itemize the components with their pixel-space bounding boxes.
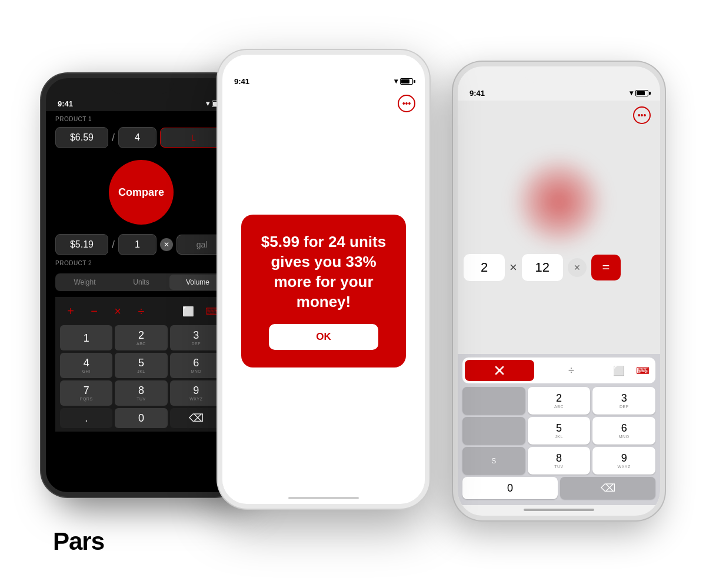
calc-clear-btn[interactable]: ✕: [568, 258, 587, 277]
kb-screen-icon[interactable]: ⬜: [178, 300, 199, 322]
kb-key-7[interactable]: 7PQRS: [60, 380, 112, 406]
kb-plus[interactable]: +: [60, 300, 81, 322]
kb-light-close[interactable]: [465, 360, 534, 381]
kb-key-9[interactable]: 9WXYZ: [170, 380, 222, 406]
kb-light-row-2: 5JKL 6MNO: [462, 417, 655, 445]
kb-key-3[interactable]: 3DEF: [170, 325, 222, 350]
status-bar-left: 9:41 ▾: [46, 93, 237, 111]
kb-light-key-empty2: [462, 417, 525, 445]
kb-special-icons: ⬜ ⌨: [178, 300, 222, 322]
segment-control: Weight Units Volume: [55, 273, 227, 291]
home-indicator-right: [524, 509, 594, 511]
kb-light-row-1: 2ABC 3DEF: [462, 387, 655, 415]
kb-divide[interactable]: ÷: [131, 300, 152, 322]
notch-left: [109, 78, 174, 93]
kb-light-row-3: S 8TUV 9WXYZ: [462, 447, 655, 475]
more-button-center[interactable]: •••: [398, 95, 415, 112]
kb-light-key-6[interactable]: 6MNO: [592, 417, 655, 445]
kb-key-6[interactable]: 6MNO: [170, 353, 222, 378]
product1-input-row: $6.59 / 4 L: [55, 127, 227, 148]
battery-icon-center: [400, 78, 413, 85]
kb-light-divide[interactable]: ÷: [537, 360, 606, 381]
kb-key-2[interactable]: 2ABC: [115, 325, 167, 350]
battery-icon-right: [635, 90, 648, 96]
kb-key-4[interactable]: 4GHI: [60, 353, 112, 378]
bottom-label: Pars: [53, 527, 104, 556]
kb-key-backspace[interactable]: ⌫: [170, 408, 222, 428]
kb-light-key-5[interactable]: 5JKL: [528, 417, 591, 445]
kb-row-4: . 0 ⌫: [60, 408, 222, 428]
kb-multiply[interactable]: ×: [107, 300, 128, 322]
kb-ops-row: + − × ÷ ⬜ ⌨: [60, 300, 222, 322]
kb-light-rows: 2ABC 3DEF 5JKL 6MNO S 8TUV 9WXYZ 0: [462, 387, 655, 499]
segment-weight[interactable]: Weight: [56, 275, 113, 290]
kb-key-0[interactable]: 0: [115, 408, 167, 428]
kb-light-special: ⬜ ⌨: [608, 360, 653, 381]
kb-rows: 1 2ABC 3DEF 4GHI 5JKL 6MNO 7PQRS 8TUV 9W…: [60, 325, 222, 428]
center-screen: ••• $5.99 for 24 units gives you 33% mor…: [222, 89, 425, 493]
kb-light-row-4: 0 ⌫: [462, 477, 655, 499]
segment-units[interactable]: Units: [113, 275, 169, 290]
phone-left: 9:41 ▾ PRODUCT 1 $6.59 / 4 L Compare: [41, 74, 241, 497]
right-screen: ••• 2 × 12 ✕ =: [458, 101, 660, 505]
red-blob: [518, 161, 600, 243]
kb-key-8[interactable]: 8TUV: [115, 380, 167, 406]
calc-value1[interactable]: 2: [464, 254, 505, 281]
calc-row: 2 × 12 ✕ =: [464, 254, 654, 281]
calc-value2[interactable]: 12: [522, 254, 563, 281]
kb-light-key-3[interactable]: 3DEF: [592, 387, 655, 415]
kb-light-key-backspace[interactable]: ⌫: [560, 477, 655, 499]
notch-right: [524, 66, 594, 83]
product2-label: PRODUCT 2: [55, 260, 227, 266]
product2-clear-btn[interactable]: ✕: [160, 238, 173, 251]
kb-key-5[interactable]: 5JKL: [115, 353, 167, 378]
product2-qty[interactable]: 1: [118, 234, 156, 255]
kb-light-key-s: S: [462, 447, 525, 475]
wifi-icon-right: ▾: [630, 89, 633, 97]
product1-label: PRODUCT 1: [55, 116, 227, 122]
phone-center: 9:41 ▾ ••• $5.99 for 24 units gives you …: [218, 50, 429, 509]
time-right: 9:41: [469, 89, 485, 98]
calc-equals-btn[interactable]: =: [591, 255, 621, 280]
product1-unit[interactable]: L: [160, 128, 227, 148]
keyboard-light: ÷ ⬜ ⌨ 2ABC 3DEF 5JKL 6MNO: [458, 354, 660, 505]
result-card: $5.99 for 24 units gives you 33% more fo…: [241, 215, 406, 367]
phones-container: 9:41 ▾ PRODUCT 1 $6.59 / 4 L Compare: [29, 15, 677, 573]
calc-operator: ×: [509, 260, 517, 275]
product2-input-row: $5.19 / 1 ✕ gal: [55, 234, 227, 255]
notch-center: [288, 55, 359, 71]
kb-key-dot[interactable]: .: [60, 408, 112, 428]
wifi-icon-center: ▾: [394, 77, 398, 85]
kb-light-key-8[interactable]: 8TUV: [528, 447, 591, 475]
left-screen: PRODUCT 1 $6.59 / 4 L Compare $5.19 / 1 …: [46, 111, 237, 492]
ok-button[interactable]: OK: [269, 324, 378, 350]
kb-light-key-2[interactable]: 2ABC: [528, 387, 591, 415]
kb-light-key-empty1: [462, 387, 525, 415]
product1-price[interactable]: $6.59: [55, 127, 108, 148]
home-indicator-center: [288, 497, 359, 499]
status-bar-right: 9:41 ▾: [458, 83, 660, 101]
phone-right: 9:41 ▾ ••• 2 × 12 ✕ =: [453, 62, 665, 520]
product1-qty[interactable]: 4: [118, 127, 156, 148]
kb-light-ops-row: ÷ ⬜ ⌨: [462, 358, 655, 383]
time-center: 9:41: [234, 77, 249, 86]
kb-key-1[interactable]: 1: [60, 325, 112, 350]
status-bar-center: 9:41 ▾: [222, 71, 425, 89]
kb-row-3: 7PQRS 8TUV 9WXYZ: [60, 380, 222, 406]
kb-row-1: 1 2ABC 3DEF: [60, 325, 222, 350]
kb-light-screen-icon[interactable]: ⬜: [608, 360, 630, 381]
kb-light-key-9[interactable]: 9WXYZ: [592, 447, 655, 475]
slash1: /: [112, 132, 115, 144]
product2-price[interactable]: $5.19: [55, 234, 108, 255]
status-icons-right: ▾: [630, 89, 648, 97]
keyboard-dark: + − × ÷ ⬜ ⌨ 1 2ABC 3DEF 4: [55, 297, 227, 432]
kb-light-keyboard-icon[interactable]: ⌨: [632, 360, 653, 381]
kb-minus[interactable]: −: [84, 300, 105, 322]
status-icons-center: ▾: [394, 77, 413, 85]
result-text: $5.99 for 24 units gives you 33% more fo…: [255, 232, 392, 312]
time-left: 9:41: [58, 99, 73, 108]
kb-row-2: 4GHI 5JKL 6MNO: [60, 353, 222, 378]
more-button-right[interactable]: •••: [633, 106, 651, 124]
kb-light-key-0[interactable]: 0: [462, 477, 558, 499]
compare-button[interactable]: Compare: [109, 160, 174, 225]
